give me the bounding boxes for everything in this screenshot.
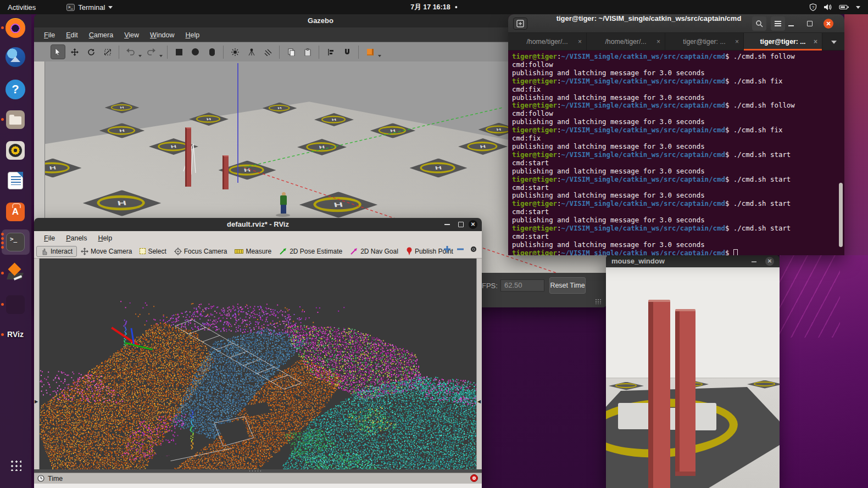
gazebo-directional-light-button[interactable] bbox=[260, 44, 275, 59]
gazebo-menu-camera[interactable]: Camera bbox=[84, 28, 119, 42]
terminal-tab-2[interactable]: /home/tiger/... × bbox=[587, 33, 665, 51]
resize-grip-icon[interactable] bbox=[595, 299, 602, 304]
mouse-window-3d-view[interactable] bbox=[606, 267, 780, 488]
activities-button[interactable]: Activities bbox=[8, 3, 36, 12]
menu-button[interactable] bbox=[771, 16, 785, 31]
gazebo-redo-button[interactable] bbox=[144, 44, 159, 59]
tab-close-icon[interactable]: × bbox=[578, 38, 582, 46]
terminal-tab-4[interactable]: tiger@tiger: ... × bbox=[744, 33, 822, 51]
dock-item-gazebo[interactable] bbox=[0, 260, 31, 287]
maximize-icon[interactable] bbox=[807, 21, 813, 26]
time-panel-close-button[interactable] bbox=[470, 474, 478, 482]
undo-dropdown-icon[interactable] bbox=[138, 55, 142, 57]
gazebo-point-light-button[interactable] bbox=[227, 44, 242, 59]
dock-item-rviz[interactable]: RViz bbox=[0, 322, 31, 348]
terminal-line: tiger@tiger:~/VISIM_single/catkin_ws/src… bbox=[512, 53, 844, 61]
gazebo-spot-light-button[interactable] bbox=[244, 44, 259, 59]
move-arrows-icon bbox=[71, 48, 79, 56]
tab-list-dropdown-icon[interactable] bbox=[831, 41, 837, 44]
dock-item-help[interactable]: ? bbox=[0, 76, 31, 103]
minimize-icon[interactable] bbox=[444, 224, 450, 225]
rviz-tool-pose-estimate[interactable]: 2D Pose Estimate bbox=[275, 246, 346, 256]
tab-close-icon[interactable]: × bbox=[814, 38, 817, 46]
gazebo-copy-button[interactable] bbox=[283, 44, 298, 59]
gazebo-paste-button[interactable] bbox=[300, 44, 315, 59]
running-indicator bbox=[1, 333, 4, 336]
rviz-menu-panels[interactable]: Panels bbox=[60, 232, 92, 245]
gazebo-menu-file[interactable]: File bbox=[38, 28, 60, 42]
rhythmbox-icon bbox=[6, 141, 25, 160]
gazebo-undo-button[interactable] bbox=[123, 44, 138, 59]
system-status-area[interactable]: ? bbox=[809, 3, 860, 11]
close-icon[interactable]: ✕ bbox=[765, 257, 774, 266]
show-applications-button[interactable] bbox=[9, 459, 21, 471]
gazebo-insert-cylinder-button[interactable] bbox=[204, 44, 219, 59]
rviz-tool-focus-camera[interactable]: Focus Camera bbox=[170, 246, 231, 256]
new-tab-button[interactable] bbox=[513, 18, 527, 30]
dock-item-thunderbird[interactable] bbox=[0, 44, 31, 70]
terminal-tab-1[interactable]: /home/tiger/... × bbox=[508, 33, 587, 51]
terminal-title-bar[interactable]: tiger@tiger: ~/VISIM_single/catkin_ws/sr… bbox=[508, 14, 844, 33]
gazebo-menu-view[interactable]: View bbox=[119, 28, 144, 42]
reset-time-button[interactable]: Reset Time bbox=[549, 277, 586, 294]
dock-item-firefox[interactable] bbox=[0, 15, 31, 41]
close-icon[interactable]: ✕ bbox=[469, 220, 477, 229]
gazebo-menu-edit[interactable]: Edit bbox=[60, 28, 84, 42]
running-indicator bbox=[1, 242, 4, 244]
dock-item-terminal[interactable] bbox=[0, 229, 31, 255]
building-editor-dropdown-icon[interactable] bbox=[378, 55, 381, 57]
zoom-out-minus-icon[interactable] bbox=[457, 245, 464, 253]
tool-label: Select bbox=[148, 248, 166, 255]
fps-value-field[interactable]: 62.50 bbox=[500, 279, 544, 291]
search-button[interactable] bbox=[752, 16, 766, 31]
dock-item-rhythmbox[interactable] bbox=[0, 137, 31, 164]
gazebo-menu-help[interactable]: Help bbox=[180, 28, 205, 42]
rviz-tool-measure[interactable]: Measure bbox=[231, 246, 275, 256]
gazebo-translate-tool-button[interactable] bbox=[67, 44, 82, 59]
gazebo-align-button[interactable] bbox=[323, 44, 338, 59]
clock-button[interactable]: 7月 17 16:18 bbox=[410, 3, 457, 12]
rviz-menu-help[interactable]: Help bbox=[92, 232, 118, 245]
expand-right-icon: ▶ bbox=[35, 399, 38, 404]
camera-eye-icon[interactable] bbox=[470, 245, 477, 253]
rviz-menu-file[interactable]: File bbox=[38, 232, 60, 245]
gazebo-menu-window[interactable]: Window bbox=[144, 28, 180, 42]
tab-close-icon[interactable]: × bbox=[656, 38, 660, 46]
maximize-icon[interactable] bbox=[458, 222, 464, 227]
zoom-in-plus-icon[interactable] bbox=[443, 245, 451, 253]
dock-item-hidden-app[interactable] bbox=[0, 291, 31, 318]
app-menu-terminal[interactable]: >_ Terminal bbox=[66, 3, 113, 12]
dock-item-files[interactable] bbox=[0, 106, 31, 133]
close-icon[interactable]: ✕ bbox=[824, 19, 833, 29]
terminal-tab-3[interactable]: tiger@tiger: ... × bbox=[665, 33, 744, 51]
rviz-time-panel-header[interactable]: Time bbox=[34, 473, 482, 484]
gazebo-insert-sphere-button[interactable] bbox=[188, 44, 203, 59]
terminal-scrollbar-thumb[interactable] bbox=[839, 183, 843, 247]
rviz-tool-select[interactable]: Select bbox=[136, 246, 170, 256]
undo-arrow-icon bbox=[126, 48, 135, 55]
terminal-body[interactable]: tiger@tiger:~/VISIM_single/catkin_ws/src… bbox=[508, 51, 844, 255]
rviz-title-bar[interactable]: default.rviz* - RViz ✕ bbox=[34, 218, 482, 231]
map-pin-icon bbox=[406, 247, 413, 255]
dock-item-writer[interactable] bbox=[0, 167, 31, 194]
rviz-left-panel-toggle[interactable]: ▶ bbox=[34, 259, 40, 469]
minimize-icon[interactable] bbox=[788, 25, 794, 26]
dock-item-software[interactable] bbox=[0, 199, 31, 225]
rviz-tool-nav-goal[interactable]: 2D Nav Goal bbox=[346, 246, 402, 256]
rviz-pointcloud-viewport[interactable] bbox=[40, 259, 476, 469]
minimize-icon[interactable] bbox=[752, 261, 756, 262]
mouse-window-title-bar[interactable]: mouse_window ✕ bbox=[606, 255, 780, 267]
gazebo-insert-box-button[interactable] bbox=[171, 44, 186, 59]
gazebo-snap-button[interactable] bbox=[340, 44, 354, 59]
rviz-tool-move-camera[interactable]: Move Camera bbox=[77, 246, 136, 256]
rviz-menu-bar: FilePanelsHelp bbox=[34, 231, 482, 244]
rviz-tool-interact[interactable]: Interact bbox=[36, 246, 77, 257]
gazebo-scale-tool-button[interactable] bbox=[100, 44, 115, 59]
tab-close-icon[interactable]: × bbox=[735, 38, 739, 46]
redo-dropdown-icon[interactable] bbox=[159, 55, 163, 57]
gazebo-building-editor-button[interactable] bbox=[363, 44, 377, 59]
tool-label: Interact bbox=[51, 248, 73, 255]
gazebo-rotate-tool-button[interactable] bbox=[84, 44, 98, 59]
gazebo-select-tool-button[interactable] bbox=[51, 44, 65, 59]
rviz-right-panel-toggle[interactable]: ◀ bbox=[476, 259, 482, 469]
